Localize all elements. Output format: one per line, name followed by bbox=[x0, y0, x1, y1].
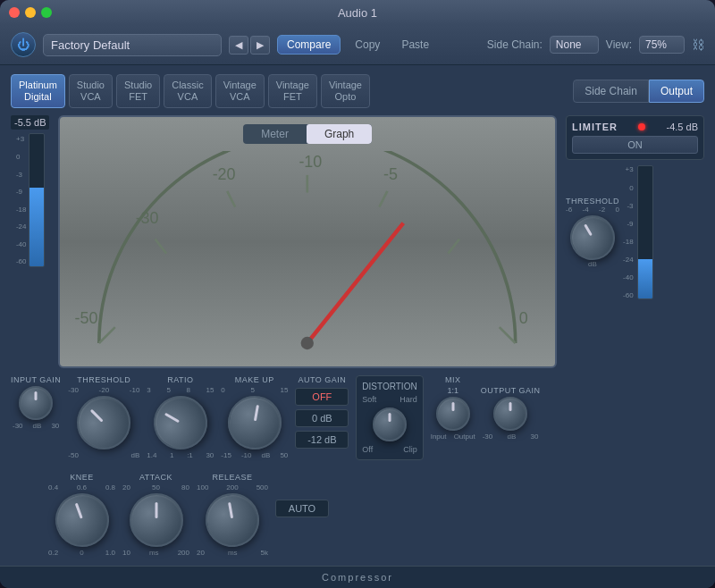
mix-control: MIX 1:1 Input Output bbox=[431, 375, 475, 441]
release-label: RELEASE bbox=[212, 473, 252, 482]
threshold-right-knob[interactable] bbox=[562, 207, 623, 268]
type-vintage-vca[interactable]: VintageVCA bbox=[215, 74, 265, 108]
paste-button[interactable]: Paste bbox=[394, 36, 436, 54]
next-preset-button[interactable]: ▶ bbox=[250, 36, 270, 55]
output-gain-knob[interactable] bbox=[493, 397, 527, 431]
compare-button[interactable]: Compare bbox=[277, 35, 341, 55]
svg-text:-20: -20 bbox=[213, 166, 236, 184]
attack-mark-20: 20 bbox=[122, 483, 130, 491]
type-classic-vca[interactable]: ClassicVCA bbox=[164, 74, 211, 108]
type-vintage-fet[interactable]: VintageFET bbox=[268, 74, 317, 108]
title-bar: Audio 1 bbox=[0, 0, 715, 25]
knee-mark-06: 0.6 bbox=[77, 483, 87, 491]
auto-gain-neg12db-button[interactable]: -12 dB bbox=[295, 431, 349, 449]
copy-button[interactable]: Copy bbox=[348, 36, 387, 54]
makeup-scale-db2: dB bbox=[262, 451, 271, 459]
prev-preset-button[interactable]: ◀ bbox=[229, 36, 248, 55]
threshold-right-section: THRESHOLD -6 -4 -2 0 dB +3 0 -3 bbox=[566, 165, 704, 299]
release-scale-ms: ms bbox=[228, 549, 238, 557]
minimize-button[interactable] bbox=[25, 7, 36, 18]
r-tick-neg60: -60 bbox=[623, 291, 634, 299]
power-button[interactable]: ⏻ bbox=[11, 32, 36, 57]
window-title: Audio 1 bbox=[338, 6, 377, 20]
release-knob[interactable] bbox=[201, 489, 264, 551]
release-control: RELEASE 100 200 500 20 ms 5k bbox=[197, 473, 268, 557]
view-select[interactable]: 75% bbox=[639, 36, 685, 54]
type-platinum-digital[interactable]: PlatinumDigital bbox=[11, 74, 65, 108]
meter-tick-neg9: -9 bbox=[16, 188, 27, 196]
makeup-label: MAKE UP bbox=[235, 375, 274, 384]
auto-gain-off-button[interactable]: OFF bbox=[295, 388, 349, 406]
close-button[interactable] bbox=[9, 7, 20, 18]
distortion-off-clip: Off Clip bbox=[362, 445, 416, 454]
distortion-knob[interactable] bbox=[373, 407, 407, 441]
svg-text:-50: -50 bbox=[75, 310, 98, 328]
hard-label: Hard bbox=[400, 395, 417, 404]
limiter-on-button[interactable]: ON bbox=[572, 136, 698, 154]
preset-select[interactable]: Factory Default bbox=[43, 34, 222, 56]
input-gain-meter: -5.5 dB +3 0 -3 -9 -18 -24 -40 -60 bbox=[11, 115, 49, 368]
sc-output-buttons: Side Chain Output bbox=[573, 80, 704, 103]
output-tab-button[interactable]: Output bbox=[649, 80, 704, 103]
type-studio-fet[interactable]: StudioFET bbox=[116, 74, 160, 108]
auto-gain-0db-button[interactable]: 0 dB bbox=[295, 409, 349, 427]
threshold-right-container: THRESHOLD -6 -4 -2 0 dB bbox=[566, 197, 619, 268]
limiter-label: LIMITER bbox=[572, 122, 618, 132]
graph-tab[interactable]: Graph bbox=[307, 124, 372, 144]
knee-scale-02: 0.2 bbox=[48, 549, 58, 557]
knee-scale-10: 1.0 bbox=[105, 549, 115, 557]
mix-output-label: Output bbox=[454, 433, 475, 441]
right-panel: LIMITER -4.5 dB ON THRESHOLD -6 -4 -2 bbox=[566, 115, 704, 368]
mix-label: MIX bbox=[445, 375, 461, 384]
attack-label: ATTACK bbox=[139, 473, 172, 482]
knee-knob[interactable] bbox=[47, 486, 116, 555]
type-studio-vca[interactable]: StudioVCA bbox=[69, 74, 113, 108]
side-chain-tab-button[interactable]: Side Chain bbox=[573, 80, 649, 103]
r-tick-neg9: -9 bbox=[627, 220, 633, 228]
makeup-control: MAKE UP 0 5 15 -15 -10 dB 50 bbox=[221, 375, 288, 459]
attack-scale-ms: ms bbox=[149, 549, 159, 557]
makeup-knob[interactable] bbox=[223, 392, 286, 455]
ratio-scale-30: 30 bbox=[206, 451, 214, 459]
attack-scale-10: 10 bbox=[122, 549, 130, 557]
type-vintage-opto[interactable]: VintageOpto bbox=[321, 74, 370, 108]
view-label: View: bbox=[606, 38, 632, 51]
second-knob-row: KNEE 0.4 0.6 0.8 0.2 0 1.0 ATTACK 20 bbox=[11, 473, 704, 557]
knee-mark-08: 0.8 bbox=[105, 483, 115, 491]
ratio-scale-1-4: 1.4 bbox=[147, 451, 156, 459]
limiter-db-value: -4.5 dB bbox=[667, 122, 698, 132]
mix-knob[interactable] bbox=[436, 397, 470, 431]
makeup-scale-neg15: -15 bbox=[221, 451, 231, 459]
attack-knob[interactable] bbox=[130, 493, 183, 547]
threshold-right-label: THRESHOLD bbox=[566, 197, 619, 206]
bottom-controls: INPUT GAIN -30 dB 30 THRESHOLD -30 -20 -… bbox=[11, 375, 704, 469]
meter-tick-neg18: -18 bbox=[16, 206, 27, 214]
main-window: Audio 1 ⏻ Factory Default ◀ ▶ Compare Co… bbox=[0, 0, 715, 588]
input-gain-label: INPUT GAIN bbox=[11, 375, 61, 384]
attack-scale-200: 200 bbox=[178, 549, 189, 557]
input-gain-min: -30 bbox=[13, 422, 23, 430]
ratio-scale-1: 1 bbox=[170, 451, 173, 459]
svg-text:-30: -30 bbox=[136, 209, 159, 227]
release-scale-20: 20 bbox=[197, 549, 205, 557]
middle-section: -5.5 dB +3 0 -3 -9 -18 -24 -40 -60 bbox=[11, 115, 704, 368]
auto-release-button[interactable]: AUTO bbox=[275, 500, 329, 517]
vu-gauge-area: -50 -30 -20 -10 -5 0 bbox=[67, 151, 548, 359]
thresh-scale-50: -50 bbox=[68, 451, 79, 459]
input-level-meter bbox=[29, 133, 45, 267]
knee-label: KNEE bbox=[70, 473, 94, 482]
ratio-knob[interactable] bbox=[144, 386, 217, 459]
input-gain-knob[interactable] bbox=[19, 386, 53, 420]
output-meter-fill bbox=[638, 259, 652, 298]
link-icon[interactable]: ⛓ bbox=[692, 38, 704, 52]
svg-line-1 bbox=[156, 239, 167, 254]
meter-tab[interactable]: Meter bbox=[243, 124, 307, 144]
ratio-control: RATIO 3 5 8 15 1.4 1 :1 30 bbox=[147, 375, 214, 459]
threshold-knob[interactable] bbox=[66, 385, 142, 461]
maximize-button[interactable] bbox=[41, 7, 52, 18]
release-mark-100: 100 bbox=[197, 483, 208, 491]
clip-label: Clip bbox=[403, 445, 417, 454]
attack-mark-50: 50 bbox=[152, 483, 160, 491]
svg-text:-5: -5 bbox=[383, 166, 398, 184]
side-chain-select[interactable]: None bbox=[550, 36, 599, 54]
